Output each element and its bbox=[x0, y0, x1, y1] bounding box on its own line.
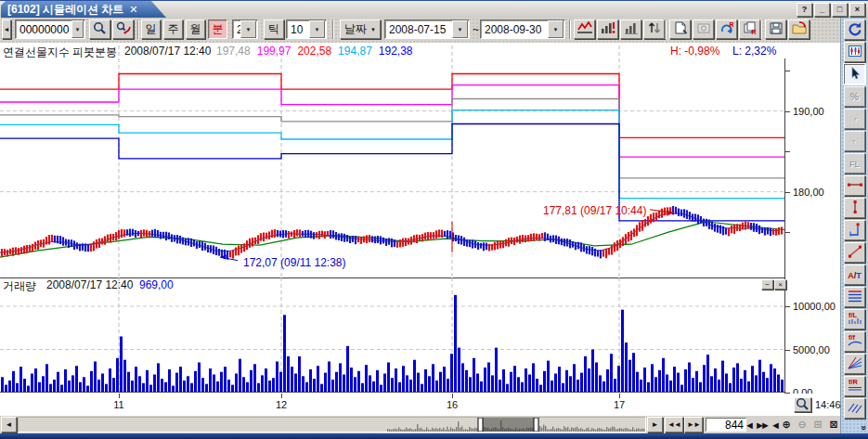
date-to-dropdown-icon[interactable]: ▼ bbox=[548, 20, 564, 38]
minute-dropdown-icon[interactable]: ▼ bbox=[240, 20, 256, 38]
volume-datetime: 2008/07/17 12:40 bbox=[46, 278, 133, 291]
y-axis-label: 180,00 bbox=[793, 187, 824, 198]
x-axis-tick bbox=[119, 394, 120, 398]
bar-position-field bbox=[706, 418, 746, 432]
grid-button: ⊞ bbox=[810, 417, 825, 433]
x-axis-tick bbox=[452, 394, 453, 398]
chart-scrollbar: ◄ ► ◄◄ ►► ◄►►◄⊕⊖⊞⊠ bbox=[0, 416, 840, 433]
application-window: [6102] 시뮬레이션 차트 ✕ ?_□× ◄ ▼ 일주월분 2 ▼ 틱 10… bbox=[0, 0, 868, 439]
svg-text:177,81 (09/17 10:44): 177,81 (09/17 10:44) bbox=[543, 204, 646, 217]
date-to-value: 2008-09-30 bbox=[481, 23, 548, 36]
svg-text:f/f: f/f bbox=[849, 333, 856, 342]
help-button[interactable]: ? bbox=[797, 3, 812, 17]
close-button[interactable]: × bbox=[849, 3, 865, 17]
vline-icon bbox=[847, 200, 863, 217]
restore-layout-button[interactable]: R bbox=[739, 19, 760, 39]
fibo-r-tool-button[interactable]: f/R bbox=[844, 376, 865, 396]
sort-updown-button[interactable] bbox=[643, 19, 665, 39]
y-axis-tick bbox=[785, 232, 790, 233]
toolbar-scroll-left-button[interactable]: ◄ bbox=[2, 19, 11, 39]
indicator-bars-button[interactable] bbox=[620, 19, 641, 39]
zoom-in-button[interactable]: ⊕ bbox=[779, 417, 794, 433]
volume-pane-collapse-button[interactable]: − bbox=[761, 279, 773, 290]
axis-zoom-button[interactable] bbox=[794, 397, 811, 412]
navigator-handle bbox=[534, 418, 538, 432]
period-minute-button[interactable]: 분 bbox=[208, 19, 227, 39]
svg-text:172,07 (09/11 12:38): 172,07 (09/11 12:38) bbox=[243, 256, 346, 269]
period-month-button[interactable]: 월 bbox=[186, 19, 205, 39]
navigator-histogram[interactable] bbox=[19, 418, 645, 432]
cursor-button[interactable] bbox=[844, 64, 865, 84]
indicator-alert-button[interactable] bbox=[597, 19, 618, 39]
x-axis-label: 12 bbox=[276, 399, 287, 410]
shrink-bars-button[interactable]: ►◄ bbox=[763, 417, 778, 433]
trend-line-tool-button[interactable] bbox=[844, 242, 865, 263]
fast-forward-button[interactable]: ►► bbox=[684, 417, 703, 433]
main-chart-plot[interactable]: 172,07 (09/11 12:38)177,81 (09/17 10:44) bbox=[0, 44, 784, 278]
hatch-tool-button[interactable] bbox=[844, 398, 865, 419]
copy-chart-button[interactable] bbox=[669, 19, 691, 39]
symbol-input[interactable] bbox=[16, 22, 71, 37]
maximize-button[interactable]: □ bbox=[832, 3, 848, 17]
fan-tool-button[interactable] bbox=[844, 354, 865, 374]
instrument-name: 연결선물지수 bbox=[3, 45, 70, 60]
date-from-dropdown-icon[interactable]: ▼ bbox=[452, 20, 468, 38]
hatch-icon bbox=[847, 400, 863, 418]
low-annotation: 172,07 (09/11 12:38) bbox=[220, 255, 346, 269]
fibo-f-tool-button[interactable]: f/f bbox=[844, 331, 865, 352]
more-tools-chevron-icon[interactable]: » bbox=[859, 425, 868, 430]
tick-button[interactable]: 틱 bbox=[264, 19, 284, 39]
scroll-right-button[interactable]: ► bbox=[647, 417, 663, 433]
minimize-button[interactable]: _ bbox=[814, 3, 830, 17]
vertical-arrow-tool-button[interactable] bbox=[844, 220, 865, 240]
volume-chart-plot[interactable] bbox=[0, 278, 784, 393]
fib-icon bbox=[847, 289, 863, 306]
tick-dropdown-icon[interactable]: ▼ bbox=[309, 20, 325, 38]
bar-position-input[interactable] bbox=[706, 420, 745, 432]
y-axis-tick bbox=[785, 71, 790, 71]
open-button[interactable] bbox=[788, 19, 810, 39]
horizontal-line-tool-button[interactable] bbox=[844, 175, 865, 196]
f-r-icon: f/R bbox=[847, 378, 863, 395]
scroll-left-button[interactable]: ◄ bbox=[1, 417, 17, 433]
date-to-combo: 2008-09-30 ▼ bbox=[480, 19, 565, 39]
price-style-button[interactable] bbox=[574, 19, 595, 39]
vline-dot-icon bbox=[847, 222, 863, 239]
folder-icon bbox=[791, 20, 808, 38]
refresh-button[interactable] bbox=[844, 19, 865, 40]
rewind-button[interactable]: ◄◄ bbox=[665, 417, 683, 433]
save-button[interactable] bbox=[765, 19, 786, 39]
tick-combo: 10 ▼ bbox=[286, 19, 327, 39]
x-axis[interactable]: 14:46 11121617 bbox=[0, 394, 840, 416]
toolbar: ◄ ▼ 일주월분 2 ▼ 틱 10 ▼ 날짜 ▼ 2008-07-15 ▼ ~ … bbox=[0, 18, 840, 44]
floppy-icon bbox=[768, 20, 784, 38]
toolbar-separator bbox=[760, 20, 762, 39]
period-week-button[interactable]: 주 bbox=[163, 19, 183, 39]
text-tool-button[interactable]: A/T bbox=[844, 265, 865, 285]
chart-r-icon: R bbox=[719, 20, 735, 38]
chart-settings-button[interactable] bbox=[844, 42, 865, 62]
x-axis-tick bbox=[281, 394, 282, 398]
y-axis-tick bbox=[785, 306, 790, 307]
x-axis-label: 16 bbox=[447, 399, 458, 410]
close-scrollbar-button[interactable]: ⊠ bbox=[826, 417, 841, 433]
y-axis-label: 10000,00 bbox=[793, 301, 836, 312]
volume-pane-close-button[interactable]: × bbox=[774, 279, 786, 290]
fibo-l-tool-button[interactable]: f/L bbox=[844, 309, 865, 329]
date-from-value: 2008-07-15 bbox=[385, 23, 452, 36]
date-mode-button[interactable]: 날짜 ▼ bbox=[340, 19, 381, 39]
fl-icon: FL bbox=[849, 157, 860, 170]
period-day-button[interactable]: 일 bbox=[141, 19, 161, 39]
symbol-search-button[interactable] bbox=[89, 19, 110, 39]
fibonacci-lines-tool-button[interactable] bbox=[844, 287, 865, 307]
window-tab[interactable]: [6102] 시뮬레이션 차트 ✕ bbox=[1, 1, 166, 18]
navigator-track[interactable] bbox=[18, 417, 646, 433]
volume-header: 거래량 2008/07/17 12:40 969,00 − × bbox=[0, 278, 840, 291]
symbol-search-go-button[interactable] bbox=[112, 19, 134, 39]
y-axis[interactable]: 190,00180,0010000,005000,000.00 bbox=[785, 43, 840, 393]
tab-close-icon[interactable]: ✕ bbox=[129, 4, 137, 16]
vertical-line-tool-button[interactable] bbox=[844, 198, 865, 218]
date-range-tilde: ~ bbox=[473, 23, 479, 36]
restore-chart-button[interactable]: R bbox=[716, 19, 737, 39]
symbol-dropdown-icon[interactable]: ▼ bbox=[71, 20, 84, 38]
